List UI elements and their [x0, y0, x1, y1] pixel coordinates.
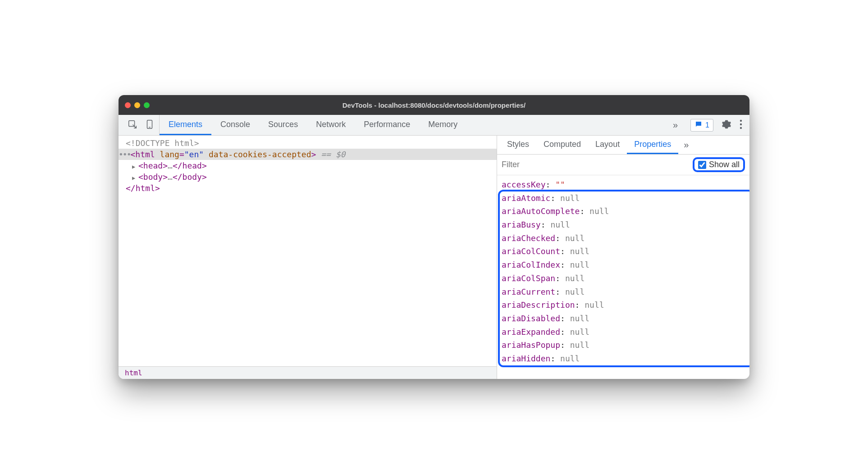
- kebab-menu-icon[interactable]: [740, 119, 742, 131]
- property-row[interactable]: ariaHasPopup: null: [502, 338, 749, 352]
- show-all-toggle[interactable]: Show all: [693, 157, 745, 172]
- selected-dom-node[interactable]: •••<html lang="en" data-cookies-accepted…: [119, 149, 497, 160]
- disclosure-triangle-icon[interactable]: ▶: [132, 164, 138, 170]
- titlebar: DevTools - localhost:8080/docs/devtools/…: [119, 95, 749, 115]
- property-row[interactable]: ariaChecked: null: [502, 232, 749, 245]
- side-panel: StylesComputedLayoutProperties» Show all…: [497, 136, 749, 379]
- toolbar-icons: [123, 115, 160, 135]
- property-row[interactable]: ariaExpanded: null: [502, 325, 749, 339]
- doctype-node[interactable]: <!DOCTYPE html>: [119, 137, 497, 149]
- disclosure-triangle-icon[interactable]: ▶: [132, 175, 138, 181]
- more-tabs-button[interactable]: »: [667, 115, 683, 135]
- tab-elements[interactable]: Elements: [160, 115, 211, 135]
- content-area: <!DOCTYPE html> •••<html lang="en" data-…: [119, 136, 749, 379]
- property-row[interactable]: ariaAutoComplete: null: [502, 205, 749, 218]
- property-row[interactable]: ariaBusy: null: [502, 218, 749, 232]
- property-row[interactable]: ariaColIndex: null: [502, 258, 749, 272]
- main-tabs: ElementsConsoleSourcesNetworkPerformance…: [160, 115, 667, 135]
- elements-panel: <!DOCTYPE html> •••<html lang="en" data-…: [119, 136, 497, 379]
- tab-console[interactable]: Console: [211, 115, 259, 135]
- issues-badge[interactable]: 1: [690, 119, 713, 132]
- main-toolbar: ElementsConsoleSourcesNetworkPerformance…: [119, 115, 749, 136]
- show-all-label: Show all: [709, 160, 740, 169]
- side-tab-layout[interactable]: Layout: [588, 136, 627, 154]
- property-row[interactable]: ariaCurrent: null: [502, 285, 749, 299]
- dom-tree[interactable]: <!DOCTYPE html> •••<html lang="en" data-…: [119, 136, 497, 366]
- properties-list[interactable]: accessKey: ""ariaAtomic: nullariaAutoCom…: [497, 175, 749, 379]
- side-more-tabs-button[interactable]: »: [678, 136, 694, 154]
- property-row[interactable]: ariaAtomic: null: [502, 191, 749, 205]
- property-row[interactable]: ariaColSpan: null: [502, 272, 749, 285]
- property-row[interactable]: ariaHidden: null: [502, 352, 749, 365]
- side-tab-computed[interactable]: Computed: [536, 136, 588, 154]
- property-row[interactable]: ariaColCount: null: [502, 245, 749, 258]
- toolbar-right: 1: [683, 115, 749, 135]
- device-toggle-icon[interactable]: [145, 119, 155, 131]
- issues-count: 1: [705, 121, 709, 129]
- traffic-lights: [125, 102, 150, 108]
- svg-point-3: [740, 119, 742, 121]
- breadcrumb[interactable]: html: [119, 366, 497, 379]
- side-tab-styles[interactable]: Styles: [500, 136, 536, 154]
- show-all-checkbox[interactable]: [698, 161, 706, 169]
- property-row[interactable]: ariaDisabled: null: [502, 312, 749, 325]
- svg-point-5: [740, 127, 742, 128]
- ancestors-ellipsis: •••: [119, 150, 131, 159]
- svg-point-4: [740, 123, 742, 125]
- close-tag-node[interactable]: </html>: [119, 182, 497, 194]
- maximize-window-button[interactable]: [144, 102, 150, 108]
- property-row[interactable]: ariaDescription: null: [502, 298, 749, 312]
- filter-row: Show all: [497, 155, 749, 175]
- side-tabs: StylesComputedLayoutProperties»: [497, 136, 749, 155]
- side-tab-properties[interactable]: Properties: [627, 136, 678, 154]
- tab-memory[interactable]: Memory: [419, 115, 466, 135]
- inspect-element-icon[interactable]: [128, 119, 137, 131]
- tab-performance[interactable]: Performance: [355, 115, 419, 135]
- property-row[interactable]: accessKey: "": [502, 178, 749, 191]
- dom-node-head[interactable]: ▶<head>…</head>: [119, 160, 497, 171]
- devtools-window: DevTools - localhost:8080/docs/devtools/…: [119, 95, 749, 379]
- window-title: DevTools - localhost:8080/docs/devtools/…: [119, 101, 749, 109]
- settings-icon[interactable]: [722, 119, 731, 131]
- dom-node-body[interactable]: ▶<body>…</body>: [119, 171, 497, 182]
- close-window-button[interactable]: [125, 102, 131, 108]
- minimize-window-button[interactable]: [134, 102, 140, 108]
- chat-icon: [694, 120, 703, 130]
- filter-input[interactable]: [502, 160, 688, 169]
- tab-sources[interactable]: Sources: [259, 115, 307, 135]
- tab-network[interactable]: Network: [307, 115, 355, 135]
